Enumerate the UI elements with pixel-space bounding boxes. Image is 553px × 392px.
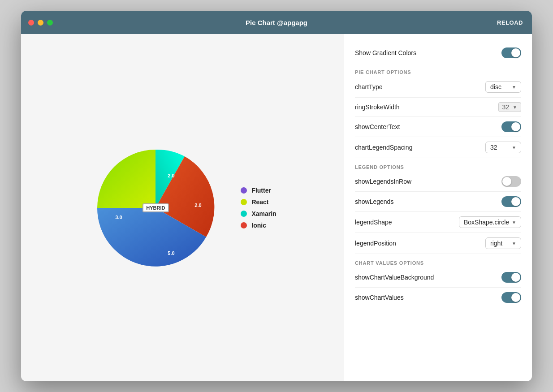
slice-react <box>97 150 156 208</box>
show-center-toggle[interactable] <box>501 121 521 132</box>
chart-legend-spacing-label: chartLegendSpacing <box>355 144 412 151</box>
traffic-lights <box>28 20 53 26</box>
toggle-knob-4 <box>511 197 520 206</box>
section-legend-header: LEGEND OPTIONS <box>355 164 521 170</box>
legend-item-flutter: Flutter <box>241 187 276 194</box>
legend-label-react: React <box>251 198 268 206</box>
legend-label-flutter: Flutter <box>251 187 271 194</box>
title-bar: Pie Chart @apgapg RELOAD <box>21 11 532 34</box>
toggle-knob <box>511 48 520 57</box>
toggle-knob-2 <box>511 122 520 131</box>
toggle-knob-3 <box>502 177 511 186</box>
main-content: 2.0 2.0 5.0 3.0 HYBRID Flutter <box>21 34 532 381</box>
chart-legend-spacing-dropdown[interactable]: 32 ▼ <box>485 142 521 153</box>
legend-dot-ionic <box>241 222 247 228</box>
ring-stroke-dropdown[interactable]: 32 ▼ <box>498 102 521 112</box>
legend-shape-label: legendShape <box>355 219 392 226</box>
legend-item-xamarin: Xamarin <box>241 210 276 217</box>
show-legends-label: showLegends <box>355 198 393 205</box>
minimize-button[interactable] <box>38 20 43 26</box>
ring-stroke-value: 32 <box>502 103 510 111</box>
legend-label-ionic: Ionic <box>251 222 266 229</box>
show-chart-values-label: showChartValues <box>355 294 404 301</box>
legend-position-label: legendPosition <box>355 240 396 247</box>
pie-chart: 2.0 2.0 5.0 3.0 HYBRID <box>88 141 223 275</box>
settings-panel: Show Gradient Colors PIE CHART OPTIONS c… <box>344 34 532 381</box>
chart-legend: Flutter React Xamarin Ionic <box>241 187 276 229</box>
maximize-button[interactable] <box>47 20 53 26</box>
setting-legend-shape: legendShape BoxShape.circle ▼ <box>355 212 521 233</box>
reload-button[interactable]: RELOAD <box>497 19 523 26</box>
legend-label-xamarin: Xamarin <box>251 210 276 217</box>
legend-shape-dropdown[interactable]: BoxShape.circle ▼ <box>459 216 521 228</box>
chevron-down-icon-3: ▼ <box>512 145 516 150</box>
window-title: Pie Chart @apgapg <box>246 19 307 26</box>
section-pie-header: PIE CHART OPTIONS <box>355 69 521 75</box>
chevron-down-icon: ▼ <box>512 85 516 90</box>
show-center-label: showCenterText <box>355 123 400 130</box>
legend-position-dropdown[interactable]: right ▼ <box>485 237 521 249</box>
pie-svg: 2.0 2.0 5.0 3.0 <box>88 141 223 275</box>
legend-position-value: right <box>490 240 502 247</box>
app-window: Pie Chart @apgapg RELOAD <box>21 11 532 381</box>
chart-panel: 2.0 2.0 5.0 3.0 HYBRID Flutter <box>21 34 344 381</box>
legend-dot-flutter <box>241 187 247 194</box>
show-gradient-toggle[interactable] <box>501 47 521 58</box>
setting-show-chart-values: showChartValues <box>355 288 521 307</box>
chart-legend-spacing-value: 32 <box>490 144 497 151</box>
chevron-down-icon-4: ▼ <box>512 220 516 225</box>
ring-stroke-label: ringStrokeWidth <box>355 103 400 111</box>
section-chart-values-header: CHART VALUES OPTIONS <box>355 260 521 266</box>
chart-type-dropdown[interactable]: disc ▼ <box>485 81 521 93</box>
chart-type-value: disc <box>490 83 501 90</box>
close-button[interactable] <box>28 20 34 26</box>
setting-show-legends-row: showLegendsInRow <box>355 172 521 192</box>
setting-chart-legend-spacing: chartLegendSpacing 32 ▼ <box>355 137 521 158</box>
setting-chart-type: chartType disc ▼ <box>355 77 521 98</box>
chevron-down-icon-2: ▼ <box>513 105 517 110</box>
legend-item-react: React <box>241 198 276 206</box>
show-gradient-label: Show Gradient Colors <box>355 49 416 56</box>
chart-area: 2.0 2.0 5.0 3.0 HYBRID Flutter <box>88 141 276 275</box>
show-chart-value-bg-label: showChartValueBackground <box>355 274 434 281</box>
legend-shape-value: BoxShape.circle <box>464 219 509 226</box>
setting-ring-stroke: ringStrokeWidth 32 ▼ <box>355 98 521 117</box>
setting-show-center: showCenterText <box>355 117 521 137</box>
show-legends-row-toggle[interactable] <box>501 176 521 187</box>
show-legends-row-label: showLegendsInRow <box>355 178 411 185</box>
show-legends-toggle[interactable] <box>501 196 521 207</box>
legend-dot-xamarin <box>241 211 247 217</box>
legend-item-ionic: Ionic <box>241 222 276 229</box>
setting-legend-position: legendPosition right ▼ <box>355 233 521 254</box>
show-chart-value-bg-toggle[interactable] <box>501 272 521 283</box>
show-chart-values-toggle[interactable] <box>501 292 521 303</box>
setting-show-gradient: Show Gradient Colors <box>355 43 521 63</box>
setting-show-legends: showLegends <box>355 192 521 212</box>
toggle-knob-5 <box>511 273 520 282</box>
legend-dot-react <box>241 199 247 205</box>
chevron-down-icon-5: ▼ <box>512 241 516 246</box>
toggle-knob-6 <box>511 293 520 302</box>
setting-show-chart-value-bg: showChartValueBackground <box>355 267 521 288</box>
chart-type-label: chartType <box>355 83 382 90</box>
